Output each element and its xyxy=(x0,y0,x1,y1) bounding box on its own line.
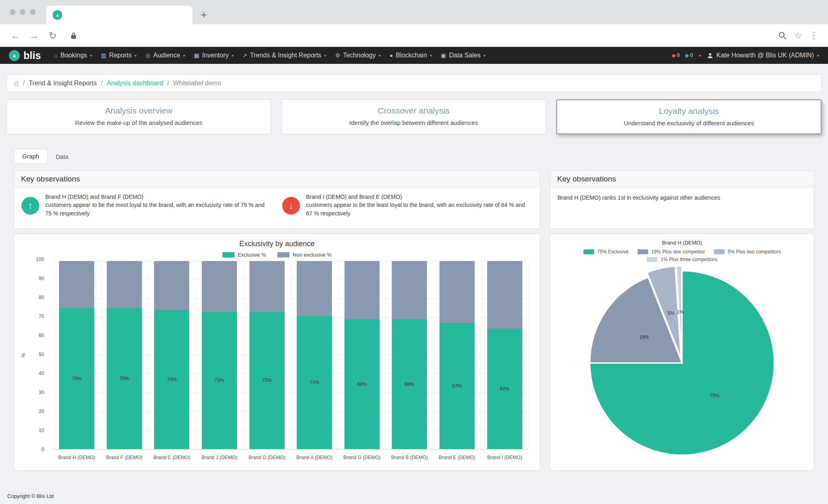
legend-row: 75% Exclusive19% Plus one competitor5% P… xyxy=(554,249,810,255)
bar-brand-i-demo[interactable]: 64% xyxy=(487,261,522,449)
credit-badge-1[interactable]: ◆0 xyxy=(684,52,693,59)
nav-item-reports[interactable]: ▥Reports▾ xyxy=(96,47,141,64)
x-tick-label: Brand F (DEMO) xyxy=(101,451,148,462)
bar-brand-d-demo[interactable]: 73% xyxy=(249,261,285,449)
chart-title: Exclusivity by audience xyxy=(21,240,532,248)
x-tick-label: Brand G (DEMO) xyxy=(338,451,386,462)
droplet-icon: ◆ xyxy=(684,52,689,59)
breadcrumb-item-trend-insight-reports[interactable]: Trend & Insight Reports xyxy=(29,80,97,87)
legend-item-exclusive: Exclusive % xyxy=(222,252,266,258)
gridline xyxy=(528,261,529,449)
bar-brand-e-demo[interactable]: 67% xyxy=(439,261,475,449)
card-analysis-overview[interactable]: Analysis overviewReview the make-up of t… xyxy=(6,99,271,134)
nav-item-trends-insight-reports[interactable]: ↗Trends & Insight Reports▾ xyxy=(238,47,331,64)
bar-brand-b-demo[interactable]: 69% xyxy=(392,261,427,449)
bar-slot: 75% xyxy=(101,261,148,449)
x-tick-label: Brand I (DEMO) xyxy=(481,451,528,462)
bar-segment-exclusive: 73% xyxy=(202,312,237,449)
x-tick-label: Brand A (DEMO) xyxy=(291,451,338,462)
observation-lead: Brand I (DEMO) and Brand E (DEMO) xyxy=(306,194,402,200)
app-navbar: ▲ blis ⌂Bookings▾▥Reports▾◎Audience▾▦Inv… xyxy=(0,47,828,64)
browser-tab[interactable]: ▲ xyxy=(46,6,192,24)
nav-item-label: Reports xyxy=(109,52,132,59)
target-icon: ◎ xyxy=(146,52,150,59)
nav-item-bookings[interactable]: ⌂Bookings▾ xyxy=(50,47,96,64)
bar-slot: 71% xyxy=(291,261,338,449)
y-tick-label: 60 xyxy=(39,333,44,338)
x-tick-label: Brand J (DEMO) xyxy=(196,451,243,462)
legend-swatch xyxy=(583,249,594,254)
arrow-down-icon: ↓ xyxy=(282,197,300,215)
credit-badge-0[interactable]: ◆0 xyxy=(672,52,680,59)
window-close-icon[interactable] xyxy=(10,9,15,15)
browser-window: ▲ + ← → ↻ ☆ ⋮ ▲ blis ⌂Bookings▾▥Reports▾… xyxy=(0,0,828,504)
observation-rest: customers appear to be the most loyal to… xyxy=(45,202,264,216)
bar-brand-c-demo[interactable]: 74% xyxy=(154,261,189,449)
breadcrumb-separator: / xyxy=(167,80,169,87)
view-tabs: GraphData xyxy=(14,149,814,164)
panel-title: Key observations xyxy=(550,171,814,188)
home-icon[interactable]: ⌂ xyxy=(14,79,19,88)
user-menu[interactable]: Kate Howarth @ Blis UK (ADMIN) ▾ xyxy=(707,52,819,59)
brand-logo[interactable]: ▲ blis xyxy=(9,50,41,61)
nav-item-blockchain[interactable]: ●Blockchain▾ xyxy=(385,47,436,64)
chevron-down-icon: ▾ xyxy=(232,53,234,58)
chevron-down-icon: ▾ xyxy=(484,53,486,58)
observation-text: Brand H (DEMO) and Brand F (DEMO)custome… xyxy=(45,193,272,224)
badge-count: 0 xyxy=(690,53,693,58)
right-column: Key observations Brand H (DEMO) ranks 1s… xyxy=(550,170,814,470)
bar-chart-panel: Exclusivity by audience Exclusive %Non e… xyxy=(14,234,540,470)
breadcrumb-separator: / xyxy=(101,80,102,87)
bar-brand-f-demo[interactable]: 75% xyxy=(107,261,142,449)
arrow-up-icon: ↑ xyxy=(21,197,39,215)
new-tab-button[interactable]: + xyxy=(196,6,212,23)
y-tick-label: 10 xyxy=(39,428,44,433)
bar-brand-j-demo[interactable]: 73% xyxy=(202,261,237,449)
nav-item-technology[interactable]: ⚙Technology▾ xyxy=(331,47,385,64)
search-icon[interactable] xyxy=(778,31,787,40)
window-minimize-icon[interactable] xyxy=(20,9,25,15)
url-input[interactable] xyxy=(64,28,774,43)
tab-graph[interactable]: Graph xyxy=(14,149,48,164)
nav-item-audience[interactable]: ◎Audience▾ xyxy=(141,47,190,64)
tab-data[interactable]: Data xyxy=(48,150,77,164)
y-axis-tick-labels: 0102030405060708090100 xyxy=(29,259,47,449)
reload-icon[interactable]: ↻ xyxy=(45,30,60,41)
back-icon[interactable]: ← xyxy=(8,30,23,41)
card-crossover-analysis[interactable]: Crossover analysisIdentify the overlap b… xyxy=(281,99,546,134)
browser-menu-icon[interactable]: ⋮ xyxy=(809,30,818,41)
nav-item-label: Blockchain xyxy=(396,52,427,59)
bar-value-label: 69% xyxy=(357,382,367,387)
pie-chart-title: Brand H (DEMO) xyxy=(554,240,810,246)
window-maximize-icon[interactable] xyxy=(30,9,36,15)
droplet-icon: ◆ xyxy=(672,52,676,59)
bar-segment-exclusive: 75% xyxy=(59,308,94,449)
forward-icon[interactable]: → xyxy=(27,30,41,41)
legend-label: 75% Exclusive xyxy=(597,249,629,255)
y-tick-label: 30 xyxy=(39,390,44,395)
bar-brand-a-demo[interactable]: 71% xyxy=(297,261,332,449)
breadcrumb-item-analysis-dashboard[interactable]: Analysis dashboard xyxy=(107,80,163,87)
breadcrumb-separator: / xyxy=(23,80,24,87)
brand-name: blis xyxy=(23,50,41,61)
analysis-nav-cards: Analysis overviewReview the make-up of t… xyxy=(6,99,822,134)
legend-item-19-plus-one-competitor: 19% Plus one competitor xyxy=(638,249,705,255)
bar-segment-exclusive: 69% xyxy=(392,319,427,449)
nav-item-inventory[interactable]: ▦Inventory▾ xyxy=(190,47,238,64)
bar-brand-g-demo[interactable]: 69% xyxy=(344,261,380,449)
bar-value-label: 74% xyxy=(167,377,177,382)
observation-text: Brand H (DEMO) ranks 1st in exclusivity … xyxy=(550,188,814,228)
chevron-down-icon[interactable]: ▾ xyxy=(699,53,701,58)
card-subtitle: Understand the exclusivity of different … xyxy=(562,120,816,127)
bookmark-star-icon[interactable]: ☆ xyxy=(794,30,802,41)
legend-swatch xyxy=(647,257,657,262)
blis-logo-icon: ▲ xyxy=(9,50,20,61)
bar-brand-h-demo[interactable]: 75% xyxy=(59,261,94,449)
nav-item-data-sales[interactable]: ▣Data Sales▾ xyxy=(436,47,490,64)
navbar-badges: ◆0◆0 xyxy=(672,52,693,59)
card-loyalty-analysis[interactable]: Loyalty analysisUnderstand the exclusivi… xyxy=(556,99,822,134)
bar-chart-icon: ▥ xyxy=(101,52,106,59)
bar-segment-exclusive: 75% xyxy=(107,308,142,449)
pie-chart-panel: Brand H (DEMO) 75% Exclusive19% Plus one… xyxy=(550,234,814,470)
y-tick-label: 100 xyxy=(36,257,44,262)
